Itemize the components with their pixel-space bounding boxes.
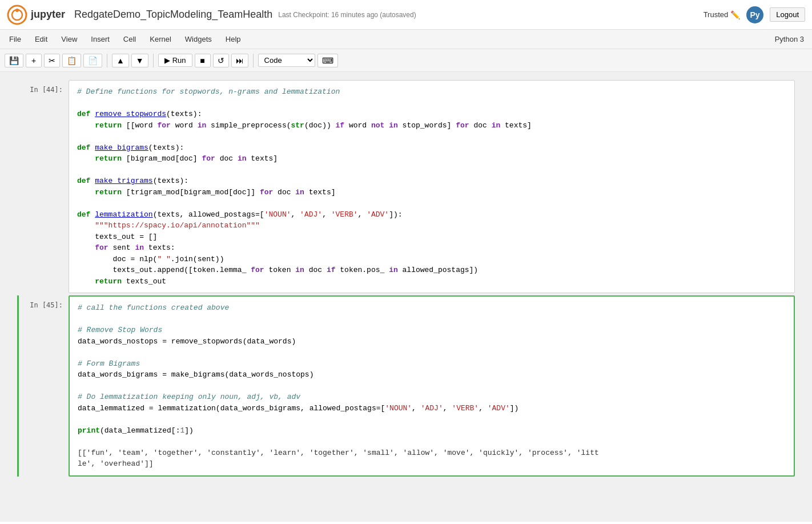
menu-view[interactable]: View	[54, 33, 84, 46]
cell-45-output-1: [['fun', 'team', 'together', 'constantly…	[78, 447, 786, 459]
add-cell-button[interactable]: +	[26, 54, 42, 67]
toolbar-separator-1	[107, 54, 107, 67]
menu-widgets[interactable]: Widgets	[178, 33, 219, 46]
cell-45: In [45]: # call the functions created ab…	[17, 295, 795, 477]
cell-44-line-blank-4	[77, 198, 786, 209]
menu-right: Python 3	[775, 35, 810, 43]
restart-button[interactable]: ↺	[213, 54, 229, 67]
cell-44-body[interactable]: # Define functions for stopwords, n-gram…	[69, 80, 795, 293]
cell-45-line-6: # Do lemmatization keeping only noun, ad…	[78, 391, 786, 403]
cell-45-line-7: data_lemmatized = lemmatization(data_wor…	[78, 403, 786, 414]
cell-45-line-3: data_words_nostops = remove_stopwords(da…	[78, 336, 786, 347]
kernel-name: Python 3	[775, 35, 804, 43]
cell-44-line-2: def remove_stopwords(texts):	[77, 109, 786, 120]
cell-45-body[interactable]: # call the functions created above # Rem…	[69, 295, 795, 477]
run-button[interactable]: ▶ Run	[158, 54, 192, 67]
save-button[interactable]: 💾	[5, 54, 23, 67]
cell-44-line-blank-2	[77, 131, 786, 142]
menu-edit[interactable]: Edit	[28, 33, 54, 46]
cut-button[interactable]: ✂	[44, 54, 60, 67]
checkpoint-info: Last Checkpoint: 16 minutes ago (autosav…	[278, 11, 416, 19]
paste-button[interactable]: 📄	[83, 54, 102, 67]
keyboard-button[interactable]: ⌨	[317, 54, 338, 67]
cell-44-line-9: """https://spacy.io/api/annotation"""	[77, 220, 786, 231]
cell-45-line-2: # Remove Stop Words	[78, 325, 786, 336]
cell-45-line-4: # Form Bigrams	[78, 358, 786, 370]
menu-cell[interactable]: Cell	[116, 33, 143, 46]
cell-44-line-7: return [trigram_mod[bigram_mod[doc]] for…	[77, 187, 786, 198]
menu-kernel[interactable]: Kernel	[143, 33, 178, 46]
cell-45-line-1: # call the functions created above	[78, 302, 786, 314]
top-right-controls: Trusted ✏️ Py Logout	[704, 6, 805, 24]
cell-45-line-blank-5	[78, 436, 786, 447]
cell-45-line-blank-4	[78, 414, 786, 425]
jupyter-wordmark: jupyter	[31, 9, 65, 21]
jupyter-logo: jupyter	[7, 5, 65, 25]
toolbar-separator-2	[153, 54, 154, 67]
cell-45-line-blank-3	[78, 381, 786, 392]
cell-44-line-13: texts_out.append([token.lemma_ for token…	[77, 265, 786, 276]
run-icon: ▶	[164, 56, 170, 65]
copy-button[interactable]: 📋	[62, 54, 81, 67]
svg-point-0	[8, 6, 26, 24]
jupyter-logo-icon	[7, 5, 27, 25]
move-down-button[interactable]: ▼	[131, 54, 148, 67]
logout-button[interactable]: Logout	[770, 7, 805, 22]
cell-44-line-12: doc = nlp(" ".join(sent))	[77, 254, 786, 265]
menu-help[interactable]: Help	[219, 33, 248, 46]
menu-insert[interactable]: Insert	[84, 33, 116, 46]
cell-44-line-blank-1	[77, 98, 786, 109]
toolbar-separator-3	[253, 54, 254, 67]
cell-44-line-11: for sent in texts:	[77, 242, 786, 254]
menu-file[interactable]: File	[2, 33, 28, 46]
menu-bar: File Edit View Insert Cell Kernel Widget…	[0, 30, 812, 49]
cell-45-line-blank-2	[78, 347, 786, 358]
cell-44-line-5: return [bigram_mod[doc] for doc in texts…	[77, 153, 786, 165]
move-up-button[interactable]: ▲	[112, 54, 129, 67]
svg-text:Py: Py	[750, 10, 760, 19]
trusted-button[interactable]: Trusted ✏️	[704, 10, 741, 19]
cell-44-line-4: def make_bigrams(texts):	[77, 142, 786, 154]
cell-44-line-3: return [[word for word in simple_preproc…	[77, 120, 786, 131]
notebook-title[interactable]: RedgateDemo_TopicModeling_TeamHealth	[74, 9, 272, 21]
python-logo-icon: Py	[746, 6, 764, 24]
cell-45-label: In [45]:	[17, 295, 69, 477]
cell-44-line-8: def lemmatization(texts, allowed_postags…	[77, 209, 786, 221]
cell-44: In [44]: # Define functions for stopword…	[17, 80, 795, 293]
pencil-icon: ✏️	[730, 10, 740, 19]
cell-45-line-blank-1	[78, 314, 786, 325]
cell-45-line-5: data_words_bigrams = make_bigrams(data_w…	[78, 369, 786, 381]
cell-44-line-1: # Define functions for stopwords, n-gram…	[77, 86, 786, 98]
cell-44-line-14: return texts_out	[77, 276, 786, 287]
cell-45-output-2: le', 'overhead']]	[78, 458, 786, 470]
cell-44-line-6: def make_trigrams(texts):	[77, 175, 786, 187]
cell-44-line-blank-3	[77, 165, 786, 176]
cell-44-label: In [44]:	[17, 80, 69, 293]
top-navbar: jupyter RedgateDemo_TopicModeling_TeamHe…	[0, 0, 812, 30]
toolbar: 💾 + ✂ 📋 📄 ▲ ▼ ▶ Run ■ ↺ ⏭ Code Markdown …	[0, 49, 812, 72]
notebook-area: In [44]: # Define functions for stopword…	[0, 72, 812, 522]
cell-45-line-8: print(data_lemmatized[:1])	[78, 425, 786, 437]
cell-type-select[interactable]: Code Markdown Raw	[258, 54, 315, 67]
restart-run-button[interactable]: ⏭	[231, 54, 248, 67]
svg-point-2	[15, 9, 19, 12]
cell-44-line-10: texts_out = []	[77, 231, 786, 243]
interrupt-button[interactable]: ■	[195, 54, 211, 67]
